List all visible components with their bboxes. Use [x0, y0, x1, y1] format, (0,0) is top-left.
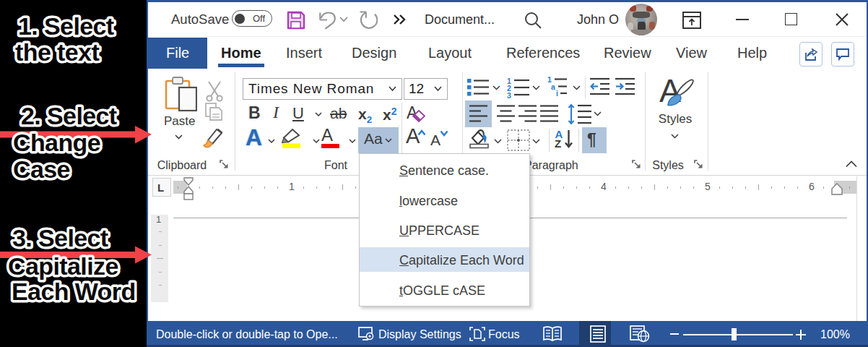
svg-text:i: i [556, 89, 558, 97]
svg-text:3: 3 [507, 91, 511, 99]
svg-text:1. Select: 1. Select [18, 12, 114, 40]
svg-text:2. Select: 2. Select [21, 102, 117, 129]
svg-text:the text: the text [15, 38, 99, 66]
svg-text:Each Word: Each Word [12, 278, 136, 305]
svg-text:Change: Change [13, 129, 100, 156]
svg-text:Capitalize: Capitalize [8, 252, 118, 280]
svg-text:Z: Z [555, 137, 561, 149]
svg-text:Case: Case [13, 155, 70, 183]
svg-text:a: a [551, 82, 555, 91]
svg-text:3. Select: 3. Select [12, 224, 108, 252]
